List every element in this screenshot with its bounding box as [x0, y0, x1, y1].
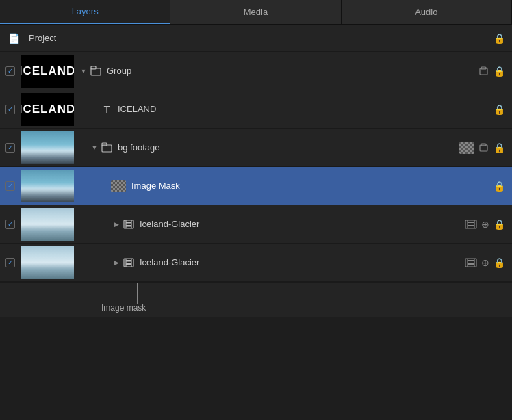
- checkbox-glacier-1[interactable]: [5, 220, 15, 229]
- row-content-image-mask: Image Mask: [100, 180, 494, 192]
- layers-panel: 📄 Project 🔒 ICELAND ▼ Group: [0, 25, 512, 282]
- document-icon: 📄: [7, 31, 21, 45]
- svg-rect-26: [468, 260, 474, 261]
- thumb-glacier-1: [21, 208, 74, 241]
- layer-row-glacier-1[interactable]: ▶ Iceland-Glacier ⊕ 🔒: [0, 205, 512, 244]
- svg-rect-27: [468, 263, 474, 265]
- layer-row-group[interactable]: ICELAND ▼ Group 🔒: [0, 52, 512, 90]
- check-glacier-2[interactable]: [0, 258, 21, 267]
- thumb-glacier-2: [21, 246, 74, 279]
- right-icons-image-mask: 🔒: [494, 181, 505, 192]
- svg-rect-16: [468, 222, 474, 223]
- expand-placeholder-mask: [100, 183, 111, 189]
- group-icon-bg-footage: [100, 141, 114, 155]
- tab-bar: Layers Media Audio: [0, 0, 512, 25]
- tab-media[interactable]: Media: [170, 0, 341, 24]
- svg-rect-1: [91, 66, 96, 69]
- layer-row-iceland[interactable]: ICELAND T ICELAND 🔒: [0, 90, 512, 129]
- lock-icon-image-mask: 🔒: [494, 181, 505, 192]
- svg-rect-8: [124, 220, 133, 228]
- thumb-image-mask: [21, 170, 74, 202]
- thumb-group: ICELAND: [21, 55, 74, 88]
- check-bg-footage[interactable]: [0, 143, 21, 153]
- layer-name-group: Group: [107, 66, 478, 76]
- annotation-line: [137, 283, 138, 304]
- svg-rect-22: [126, 263, 131, 265]
- film-badge-icon-1: [465, 220, 477, 229]
- row-content-glacier-1: ▶ Iceland-Glacier: [111, 218, 465, 231]
- project-row[interactable]: 📄 Project 🔒: [0, 25, 512, 52]
- right-icons-bg-footage: 🔒: [459, 142, 505, 154]
- checkbox-group[interactable]: [5, 66, 15, 76]
- checkbox-bg-footage[interactable]: [5, 143, 15, 153]
- thumb-landscape2-1: [21, 208, 74, 241]
- tab-audio[interactable]: Audio: [342, 0, 512, 24]
- right-icons-iceland: 🔒: [494, 104, 505, 115]
- svg-rect-11: [126, 222, 131, 224]
- lock-icon-bg-footage: 🔒: [494, 142, 505, 153]
- film-badge-icon-2: [465, 258, 477, 267]
- film-icon-glacier-1: [122, 218, 136, 231]
- project-left: 📄 Project: [7, 31, 56, 45]
- layer-name-bg-footage: bg footage: [118, 142, 459, 153]
- right-icons-glacier-2: ⊕ 🔒: [465, 257, 505, 268]
- checker-icon-bg-footage: [459, 142, 474, 154]
- check-iceland[interactable]: [0, 105, 21, 114]
- check-glacier-1[interactable]: [0, 220, 21, 229]
- lock-icon-glacier-1: 🔒: [494, 219, 505, 230]
- checkbox-iceland[interactable]: [5, 105, 15, 114]
- project-name: Project: [29, 33, 56, 43]
- right-icons-glacier-1: ⊕ 🔒: [465, 219, 505, 230]
- tab-audio-label: Audio: [415, 7, 437, 17]
- expand-arrow-group[interactable]: ▼: [78, 68, 89, 75]
- layer-name-iceland: ICELAND: [118, 104, 494, 114]
- expand-arrow-glacier-1[interactable]: ▶: [111, 221, 122, 228]
- expand-placeholder-iceland: [89, 106, 100, 113]
- thumb-landscape2-2: [21, 246, 74, 279]
- row-content-glacier-2: ▶ Iceland-Glacier: [111, 256, 465, 270]
- layer-name-glacier-1: Iceland-Glacier: [140, 219, 465, 229]
- layer-row-image-mask[interactable]: Image Mask 🔒: [0, 167, 512, 205]
- svg-rect-17: [468, 225, 474, 226]
- expand-arrow-bg-footage[interactable]: ▼: [89, 144, 100, 151]
- layer-row-bg-footage[interactable]: ▼ bg footage 🔒: [0, 129, 512, 167]
- row-content-bg-footage: ▼ bg footage: [89, 141, 459, 155]
- layer-row-glacier-2[interactable]: ▶ Iceland-Glacier ⊕ 🔒: [0, 244, 512, 282]
- layer-name-image-mask: Image Mask: [131, 181, 494, 191]
- svg-rect-21: [126, 260, 131, 262]
- checkbox-image-mask[interactable]: [5, 181, 15, 191]
- project-right-icons: 🔒: [494, 33, 505, 44]
- film-icon-glacier-2: [122, 256, 136, 270]
- annotation-area: Image mask: [0, 282, 512, 317]
- tab-layers-label: Layers: [72, 6, 99, 16]
- check-image-mask[interactable]: [0, 181, 21, 191]
- lock-icon-glacier-2: 🔒: [494, 257, 505, 268]
- thumb-iceland: ICELAND: [21, 93, 74, 126]
- row-content-group: ▼ Group: [78, 64, 478, 78]
- text-icon-iceland: T: [100, 103, 114, 116]
- group-badge-icon-bg: [478, 142, 489, 153]
- checker-icon-mask: [111, 180, 126, 192]
- lock-icon-iceland: 🔒: [494, 104, 505, 115]
- tab-layers[interactable]: Layers: [0, 0, 170, 24]
- project-lock-icon: 🔒: [494, 33, 505, 44]
- row-content-iceland: T ICELAND: [89, 103, 494, 116]
- svg-rect-18: [124, 259, 133, 267]
- group-icon-group: [89, 64, 103, 78]
- link-icon-glacier-1: ⊕: [481, 219, 489, 230]
- tab-media-label: Media: [244, 7, 268, 17]
- lock-icon-group: 🔒: [494, 66, 505, 77]
- link-icon-glacier-2: ⊕: [481, 257, 489, 268]
- thumb-iceland-text: ICELAND: [21, 93, 74, 126]
- svg-rect-12: [126, 225, 131, 227]
- annotation-label: Image mask: [101, 303, 146, 313]
- thumb-landscape-bg: [21, 131, 74, 164]
- checkbox-glacier-2[interactable]: [5, 258, 15, 267]
- group-badge-icon: [478, 66, 489, 77]
- check-group[interactable]: [0, 66, 21, 76]
- expand-arrow-glacier-2[interactable]: ▶: [111, 259, 122, 266]
- thumb-landscape-mask: [21, 170, 74, 202]
- thumb-iceland-text-group: ICELAND: [21, 55, 74, 88]
- layer-name-glacier-2: Iceland-Glacier: [140, 257, 465, 267]
- right-icons-group: 🔒: [478, 66, 505, 77]
